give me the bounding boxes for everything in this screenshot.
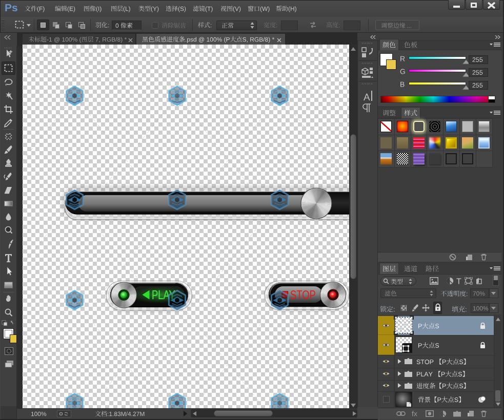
svg-text:STOP: STOP xyxy=(290,288,316,301)
